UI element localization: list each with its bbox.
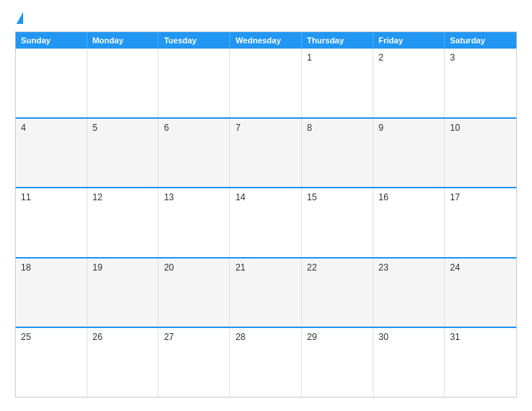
col-sunday: Sunday — [16, 32, 87, 49]
header — [15, 13, 517, 24]
calendar-cell: 13 — [158, 188, 230, 257]
day-number: 4 — [21, 123, 26, 133]
col-monday: Monday — [87, 32, 159, 49]
calendar-header-row: Sunday Monday Tuesday Wednesday Thursday… — [16, 32, 516, 49]
day-number: 31 — [450, 332, 460, 342]
calendar-week-3: 11121314151617 — [16, 187, 516, 257]
calendar-cell: 4 — [16, 119, 87, 188]
day-number: 27 — [164, 332, 173, 342]
calendar-cell: 30 — [374, 328, 445, 397]
calendar-cell: 24 — [445, 259, 516, 327]
day-number: 22 — [307, 262, 317, 273]
day-number: 23 — [379, 262, 389, 273]
calendar-week-1: 123 — [16, 49, 516, 117]
calendar-cell: 22 — [302, 259, 374, 327]
calendar-cell: 7 — [230, 119, 302, 188]
calendar-cell: 3 — [445, 49, 516, 117]
logo-top-row — [15, 13, 23, 24]
calendar-cell: 29 — [302, 328, 374, 397]
calendar-cell: 8 — [302, 119, 374, 188]
day-number: 15 — [307, 192, 317, 203]
col-tuesday: Tuesday — [158, 32, 230, 49]
calendar-cell: 26 — [87, 328, 159, 397]
logo-triangle-icon — [16, 12, 23, 24]
calendar-cell: 20 — [158, 259, 230, 327]
col-thursday: Thursday — [302, 32, 374, 49]
day-number: 26 — [93, 332, 102, 342]
day-number: 10 — [450, 123, 460, 133]
day-number: 6 — [164, 123, 169, 133]
calendar-cell — [16, 49, 87, 117]
calendar-cell: 12 — [87, 188, 159, 257]
day-number: 19 — [93, 262, 102, 273]
calendar-cell: 28 — [230, 328, 302, 397]
calendar-cell: 15 — [302, 188, 374, 257]
calendar-cell: 9 — [374, 119, 445, 188]
calendar-cell: 27 — [158, 328, 230, 397]
day-number: 11 — [21, 192, 31, 203]
day-number: 21 — [235, 262, 245, 273]
day-number: 20 — [164, 262, 173, 273]
calendar-cell: 21 — [230, 259, 302, 327]
day-number: 7 — [235, 123, 241, 133]
day-number: 3 — [450, 52, 455, 63]
day-number: 24 — [450, 262, 460, 273]
calendar-week-4: 18192021222324 — [16, 257, 516, 327]
col-saturday: Saturday — [445, 32, 516, 49]
calendar: Sunday Monday Tuesday Wednesday Thursday… — [15, 31, 517, 398]
calendar-cell: 31 — [445, 328, 516, 397]
day-number: 1 — [307, 52, 312, 63]
day-number: 5 — [93, 123, 98, 133]
calendar-cell: 2 — [374, 49, 445, 117]
calendar-cell: 19 — [87, 259, 159, 327]
day-number: 12 — [93, 192, 102, 203]
day-number: 18 — [21, 262, 31, 273]
day-number: 8 — [307, 123, 312, 133]
calendar-cell: 11 — [16, 188, 87, 257]
logo-block — [15, 13, 23, 24]
calendar-cell: 23 — [374, 259, 445, 327]
col-wednesday: Wednesday — [230, 32, 302, 49]
calendar-body: 1234567891011121314151617181920212223242… — [16, 49, 516, 397]
calendar-cell: 5 — [87, 119, 159, 188]
calendar-page: Sunday Monday Tuesday Wednesday Thursday… — [0, 0, 532, 411]
day-number: 16 — [379, 192, 389, 203]
calendar-cell — [158, 49, 230, 117]
calendar-cell: 18 — [16, 259, 87, 327]
col-friday: Friday — [374, 32, 445, 49]
calendar-cell — [230, 49, 302, 117]
calendar-cell: 16 — [374, 188, 445, 257]
day-number: 2 — [379, 52, 384, 63]
logo — [15, 13, 23, 24]
calendar-week-5: 25262728293031 — [16, 327, 516, 397]
calendar-cell: 6 — [158, 119, 230, 188]
calendar-week-2: 45678910 — [16, 117, 516, 188]
day-number: 17 — [450, 192, 460, 203]
day-number: 25 — [21, 332, 31, 342]
calendar-cell: 17 — [445, 188, 516, 257]
day-number: 9 — [379, 123, 384, 133]
day-number: 13 — [164, 192, 173, 203]
calendar-cell: 14 — [230, 188, 302, 257]
calendar-cell: 1 — [302, 49, 374, 117]
calendar-cell: 10 — [445, 119, 516, 188]
calendar-cell — [87, 49, 159, 117]
day-number: 29 — [307, 332, 317, 342]
calendar-cell: 25 — [16, 328, 87, 397]
day-number: 28 — [235, 332, 245, 342]
day-number: 14 — [235, 192, 245, 203]
day-number: 30 — [379, 332, 389, 342]
